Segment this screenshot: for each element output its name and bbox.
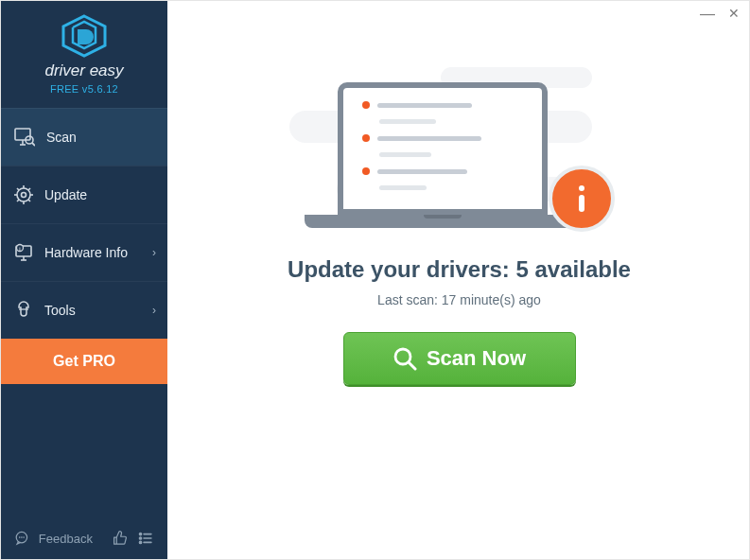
svg-line-35 (409, 363, 415, 370)
svg-point-23 (19, 536, 21, 538)
nav-scan-label: Scan (46, 130, 77, 145)
info-badge-icon (549, 166, 615, 232)
chat-icon (14, 530, 29, 547)
svg-line-13 (28, 200, 30, 201)
brand-block: driver easy FREE v5.6.12 (1, 1, 167, 102)
nav: Scan Update i Ha (1, 108, 167, 384)
nav-hardware-info[interactable]: i Hardware Info › (1, 223, 167, 281)
scan-now-label: Scan Now (427, 346, 526, 371)
thumbs-up-icon[interactable] (112, 529, 129, 548)
feedback-link[interactable]: Feedback (39, 532, 93, 546)
svg-point-30 (140, 541, 142, 543)
svg-point-32 (579, 185, 584, 191)
close-button[interactable]: ✕ (728, 7, 740, 22)
product-name: driver easy (1, 61, 167, 80)
nav-update[interactable]: Update (1, 166, 167, 223)
scan-icon (14, 128, 35, 147)
chevron-right-icon: › (152, 304, 156, 317)
nav-tools[interactable]: Tools › (1, 281, 167, 339)
sidebar-footer: Feedback (1, 519, 167, 560)
svg-rect-33 (579, 195, 584, 212)
svg-line-14 (28, 188, 30, 190)
laptop-illustration (338, 82, 581, 228)
logo-icon (60, 14, 109, 58)
svg-line-15 (17, 200, 19, 201)
title-bar: — ✕ (690, 1, 749, 27)
svg-point-26 (140, 534, 142, 535)
svg-line-12 (17, 188, 19, 190)
last-scan-text: Last scan: 17 minute(s) ago (377, 292, 541, 307)
svg-line-5 (32, 143, 35, 146)
headline: Update your drivers: 5 available (288, 256, 631, 283)
product-version: FREE v5.6.12 (1, 83, 167, 95)
gear-icon (14, 185, 33, 204)
chevron-right-icon: › (152, 246, 156, 259)
svg-point-24 (21, 536, 23, 538)
svg-point-28 (140, 537, 142, 539)
svg-point-6 (17, 188, 30, 201)
menu-icon[interactable] (137, 529, 154, 548)
get-pro-label: Get PRO (53, 353, 115, 370)
nav-scan[interactable]: Scan (1, 108, 167, 166)
svg-rect-1 (15, 129, 30, 140)
minimize-button[interactable]: — (700, 7, 715, 22)
headline-count: 5 (515, 256, 528, 282)
hardware-info-icon: i (14, 243, 33, 262)
headline-prefix: Update your drivers: (288, 256, 515, 282)
magnifier-icon (392, 346, 417, 371)
tools-icon (14, 301, 33, 320)
svg-point-25 (23, 536, 25, 538)
scan-now-button[interactable]: Scan Now (343, 332, 576, 385)
sidebar: driver easy FREE v5.6.12 Scan (1, 1, 167, 560)
headline-suffix: available (529, 256, 631, 282)
nav-tools-label: Tools (44, 303, 76, 318)
svg-point-7 (22, 193, 26, 198)
nav-hardware-label: Hardware Info (44, 245, 128, 260)
get-pro-button[interactable]: Get PRO (1, 339, 167, 384)
nav-update-label: Update (44, 187, 87, 202)
main-panel: Update your drivers: 5 available Last sc… (167, 1, 750, 560)
